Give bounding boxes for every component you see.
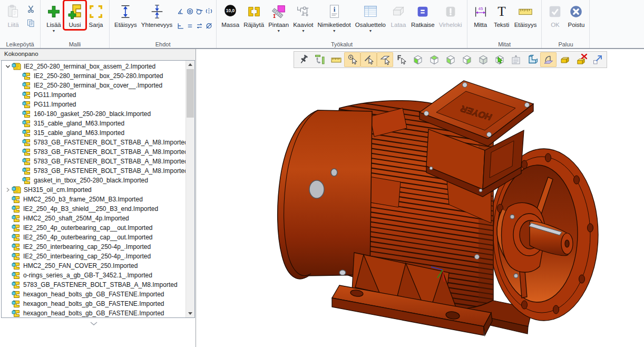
display-list-button[interactable] bbox=[508, 52, 524, 67]
ribbon-button-fix-constraint[interactable] bbox=[204, 18, 213, 33]
ribbon-button-series[interactable]: Sarja bbox=[85, 1, 106, 29]
tree-item[interactable]: hexagon_head_bolts_gb_GB_FASTENE.Importe… bbox=[2, 290, 186, 299]
view-face-top-icon bbox=[431, 56, 438, 64]
measure-ruler-button[interactable] bbox=[328, 52, 344, 67]
ribbon-button-explode[interactable]: Räjäytä bbox=[241, 1, 266, 29]
tree-item[interactable]: 315_cable_gland_M63.Imported bbox=[2, 119, 186, 128]
ribbon-button-parallel-constraint[interactable] bbox=[195, 18, 204, 33]
tree-item[interactable]: gasket_in_tbox_250-280_black.Imported bbox=[2, 176, 186, 185]
view-solid-button[interactable] bbox=[475, 52, 491, 67]
ribbon-button-perpendicular-constraint[interactable] bbox=[176, 18, 185, 33]
ribbon-button-label: Ratkaise bbox=[411, 22, 435, 28]
tree-item[interactable]: HMC2_250_shaft_250M_4p.Imported bbox=[2, 214, 186, 223]
sketch-plane-button[interactable] bbox=[540, 52, 557, 67]
tree-item[interactable]: IE2_250_4p_outerbearing_cap__out.Importe… bbox=[2, 233, 186, 242]
tree-item[interactable]: 315_cable_gland_M63.Imported bbox=[2, 128, 186, 138]
ribbon-button-add[interactable]: Lisää▼ bbox=[43, 1, 64, 33]
ribbon-button-concentric-constraint[interactable] bbox=[186, 4, 194, 18]
tree-item-part-icon bbox=[22, 82, 31, 90]
dropdown-caret-icon[interactable]: ▼ bbox=[52, 29, 56, 33]
tree-item[interactable]: hexagon_head_bolts_gb_GB_FASTENE.Importe… bbox=[2, 309, 186, 318]
ribbon-button-ruler[interactable]: Etäisyys bbox=[512, 1, 539, 29]
tree-scrollbar[interactable] bbox=[186, 61, 194, 317]
tree-item[interactable]: IE2_250_4p_B3_shield__250_B3_end.Importe… bbox=[2, 204, 186, 214]
pin-button[interactable] bbox=[295, 52, 311, 67]
measure-direction-button[interactable] bbox=[311, 52, 328, 67]
view-face-left-button[interactable] bbox=[442, 52, 458, 67]
dropdown-caret-icon[interactable]: ▼ bbox=[368, 29, 372, 33]
ribbon-button-mass[interactable]: 10,0Massa bbox=[219, 1, 241, 29]
scroll-up-icon[interactable] bbox=[186, 61, 194, 69]
ribbon-button-exit[interactable]: Poistu bbox=[565, 1, 587, 29]
tree-item[interactable]: PG11.Imported bbox=[2, 100, 186, 109]
ribbon-button-ok-check[interactable]: OK bbox=[544, 1, 565, 29]
ribbon-button-dimension[interactable]: 45Mitta bbox=[470, 1, 491, 29]
tree-item[interactable]: IE2_250_interbearing_cap_250-4p_.Importe… bbox=[2, 242, 186, 252]
snap-edge-icon bbox=[365, 56, 373, 64]
ribbon-button-angle-constraint[interactable] bbox=[176, 4, 185, 18]
ribbon-button-parts-list[interactable]: Osaluettelo▼ bbox=[353, 1, 388, 33]
scrollbar-thumb[interactable] bbox=[187, 69, 194, 118]
dropdown-caret-icon[interactable]: ▼ bbox=[301, 29, 305, 33]
ribbon-button-equal-constraint[interactable] bbox=[186, 18, 194, 33]
tree-item[interactable]: hexagon_head_bolts_gb_GB_FASTENE.Importe… bbox=[2, 299, 186, 309]
tree-item[interactable]: HMC2_250_FAN_COVER_250.Imported bbox=[2, 261, 186, 271]
ribbon-button-load-model[interactable]: Lataa bbox=[388, 1, 409, 29]
export-model-button[interactable] bbox=[589, 52, 606, 67]
tree-item[interactable]: 5783_GB_FASTENER_BOLT_STBAB_A_M8.Importe… bbox=[2, 166, 186, 176]
extrude-solid-button[interactable] bbox=[524, 52, 540, 67]
view-face-top-button[interactable] bbox=[426, 52, 442, 67]
select-solid-button[interactable] bbox=[491, 52, 508, 67]
tree-item-label: IE2_250-280_terminal_box_250-280.Importe… bbox=[34, 72, 163, 80]
tree-item[interactable]: IE2_250-280_terminal_box_assem_2.Importe… bbox=[2, 62, 186, 71]
tree-item[interactable]: 5783_GB_FASTENER_BOLT_STBAB_A_M8.Importe… bbox=[2, 280, 186, 290]
ribbon-button-solve[interactable]: Ratkaise bbox=[409, 1, 437, 29]
ribbon-button-error-log[interactable]: Virheloki bbox=[437, 1, 464, 29]
ribbon-button-schematics[interactable]: Kaaviot▼ bbox=[291, 1, 315, 33]
snap-edge-button[interactable] bbox=[360, 52, 377, 67]
section-remove-button[interactable] bbox=[573, 52, 589, 67]
tree-expander-expanded-icon[interactable] bbox=[4, 64, 12, 69]
view-face-right-button[interactable] bbox=[458, 52, 475, 67]
view-face-front-button[interactable] bbox=[409, 52, 426, 67]
ribbon-button-cut[interactable] bbox=[25, 4, 36, 14]
tree-item[interactable]: 160-180_gasket_250-280_black.Imported bbox=[2, 109, 186, 119]
tree-expander-collapsed-icon[interactable] bbox=[4, 187, 12, 192]
tree-item[interactable]: IE2_250-280_terminal_box_cover__.Importe… bbox=[2, 81, 186, 90]
tree-item[interactable]: IE2_250_interbearing_cap_250-4p_.Importe… bbox=[2, 252, 186, 261]
tree-item[interactable]: IE2_250-280_terminal_box_250-280.Importe… bbox=[2, 71, 186, 81]
ribbon-button-coincident-constraint[interactable]: Yhtenevyys bbox=[139, 1, 174, 29]
ribbon-button-label: Lataa bbox=[391, 22, 406, 28]
ribbon-button-text[interactable]: TTeksti bbox=[491, 1, 512, 29]
ribbon-button-copy[interactable] bbox=[25, 18, 36, 28]
tree-item[interactable]: SH315_oil_cm.Imported bbox=[2, 185, 186, 195]
ribbon-button-paste[interactable]: Liitä bbox=[3, 1, 24, 29]
dropdown-caret-icon[interactable]: ▼ bbox=[277, 29, 280, 33]
ribbon-button-to-surface[interactable]: Pintaan▼ bbox=[266, 1, 291, 33]
scroll-down-icon[interactable] bbox=[186, 310, 194, 317]
tree-item[interactable]: PG11.Imported bbox=[2, 90, 186, 100]
dropdown-caret-icon[interactable]: ▼ bbox=[333, 29, 336, 33]
tree-item[interactable]: 5783_GB_FASTENER_BOLT_STBAB_A_M8.Importe… bbox=[2, 157, 186, 166]
text-icon: T bbox=[493, 2, 510, 22]
ribbon-button-tangent-constraint[interactable] bbox=[195, 4, 204, 18]
ribbon-button-symmetry-constraint[interactable] bbox=[204, 4, 213, 18]
tree-item[interactable]: HMC2_250_b3_frame_250M_B3.Imported bbox=[2, 195, 186, 204]
tree-item[interactable]: o-rings_series_a_gb_GB-T_3452.1_.Importe… bbox=[2, 271, 186, 280]
motor-model-3d[interactable]: HOYER bbox=[196, 49, 644, 347]
tree-item-label: 315_cable_gland_M63.Imported bbox=[34, 120, 124, 127]
select-part-button[interactable] bbox=[393, 52, 409, 67]
ribbon-button-distance-constraint[interactable]: Etäisyys bbox=[112, 1, 139, 29]
tree-item[interactable]: IE2_250_4p_outerbearing_cap__out.Importe… bbox=[2, 223, 186, 233]
snap-point-button[interactable] bbox=[344, 52, 360, 67]
tree-item[interactable]: 5783_GB_FASTENER_BOLT_STBAB_A_M8.Importe… bbox=[2, 147, 186, 157]
viewport-3d[interactable]: HOYER bbox=[196, 49, 644, 347]
splitter-chevron-icon[interactable] bbox=[90, 319, 98, 328]
ribbon-button-new-part[interactable]: Uusi bbox=[64, 1, 85, 29]
tree-item[interactable]: 5783_GB_FASTENER_BOLT_STBAB_A_M8.Importe… bbox=[2, 138, 186, 147]
tree-item-label: 160-180_gasket_250-280_black.Imported bbox=[34, 110, 151, 118]
section-box-button[interactable] bbox=[557, 52, 573, 67]
ribbon-group-label: Leikepöytä bbox=[0, 41, 40, 47]
snap-face-button[interactable] bbox=[377, 52, 393, 67]
ribbon-button-item-info[interactable]: iNimiketiedot▼ bbox=[316, 1, 353, 33]
